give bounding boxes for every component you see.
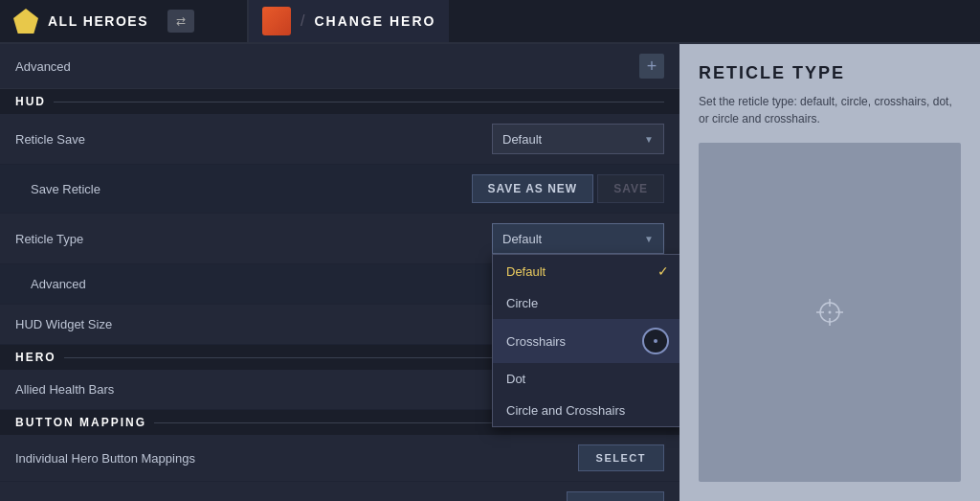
reticle-type-title: RETICLE TYPE xyxy=(699,63,961,83)
reticle-type-label: Reticle Type xyxy=(15,232,83,246)
hud-widget-size-label: HUD Widget Size xyxy=(15,317,112,331)
dropdown-item-circle-label: Circle xyxy=(506,296,538,310)
reticle-svg xyxy=(813,295,847,330)
batch-swapping-row: Batch Swapping OPTIMIZE xyxy=(0,482,679,501)
dropdown-item-crosshairs[interactable]: Crosshairs xyxy=(493,319,679,363)
check-icon: ✓ xyxy=(657,263,669,279)
advanced-row: Advanced + xyxy=(0,44,679,89)
dropdown-item-circle-crosshairs-label: Circle and Crosshairs xyxy=(506,403,625,418)
individual-hero-mappings-row: Individual Hero Button Mappings SELECT xyxy=(0,435,679,482)
hero-label: HERO xyxy=(15,351,56,364)
top-bar: ALL HEROES ⇄ / CHANGE HERO xyxy=(0,0,980,44)
save-reticle-row: Save Reticle SAVE AS NEW SAVE xyxy=(0,165,679,214)
reticle-type-dropdown[interactable]: Default ▼ xyxy=(492,223,664,254)
dropdown-item-dot-label: Dot xyxy=(506,372,525,386)
advanced-row-label: Advanced xyxy=(15,59,71,74)
reticle-save-value: Default xyxy=(502,132,636,147)
left-panel: Advanced + HUD Reticle Save Default ▼ Sa… xyxy=(0,44,679,501)
slash-separator: / xyxy=(301,12,304,30)
button-mapping-label: BUTTON MAPPING xyxy=(15,416,146,429)
optimize-button[interactable]: OPTIMIZE xyxy=(567,491,664,501)
save-as-new-button[interactable]: SAVE AS NEW xyxy=(472,174,594,203)
dropdown-item-crosshairs-label: Crosshairs xyxy=(506,334,566,349)
plus-button[interactable]: + xyxy=(639,54,664,79)
hero-icon xyxy=(262,7,291,35)
reticle-type-menu: Default ✓ Circle Crosshairs Dot xyxy=(492,254,679,427)
save-button: SAVE xyxy=(597,174,664,203)
dropdown-item-circle[interactable]: Circle xyxy=(493,287,679,319)
right-panel: RETICLE TYPE Set the reticle type: defau… xyxy=(679,44,980,501)
svg-point-5 xyxy=(829,311,832,314)
change-hero-section: / CHANGE HERO xyxy=(249,0,449,42)
individual-hero-mappings-label: Individual Hero Button Mappings xyxy=(15,451,195,466)
all-heroes-section: ALL HEROES ⇄ xyxy=(0,0,249,42)
save-reticle-label: Save Reticle xyxy=(31,182,100,196)
reticle-preview-area xyxy=(699,143,961,482)
crosshair-preview xyxy=(642,328,669,354)
plus-icon: + xyxy=(647,57,657,77)
logo-icon xyxy=(13,9,38,34)
allied-health-bars-label: Allied Health Bars xyxy=(15,382,114,397)
reticle-save-arrow: ▼ xyxy=(644,134,654,145)
hud-section-header: HUD xyxy=(0,89,679,114)
hud-label: HUD xyxy=(15,95,46,108)
dropdown-item-dot[interactable]: Dot xyxy=(493,363,679,395)
swap-icon: ⇄ xyxy=(176,14,186,28)
reticle-type-value: Default xyxy=(502,232,636,246)
reticle-type-dropdown-wrapper: Default ▼ Default ✓ Circle Crosshairs xyxy=(492,223,664,254)
reticle-type-description: Set the reticle type: default, circle, c… xyxy=(699,93,961,127)
dropdown-item-default-label: Default xyxy=(506,264,546,279)
reticle-type-row: Reticle Type Default ▼ Default ✓ Circle xyxy=(0,214,679,264)
reticle-save-dropdown[interactable]: Default ▼ xyxy=(492,124,664,154)
select-button[interactable]: SELECT xyxy=(578,444,664,471)
batch-swapping-label: Batch Swapping xyxy=(15,498,105,502)
all-heroes-label: ALL HEROES xyxy=(48,13,148,29)
swap-button[interactable]: ⇄ xyxy=(167,10,194,33)
reticle-display xyxy=(813,295,847,330)
dropdown-item-circle-crosshairs[interactable]: Circle and Crosshairs xyxy=(493,395,679,426)
reticle-save-label: Reticle Save xyxy=(15,132,85,147)
reticle-type-arrow: ▼ xyxy=(644,234,654,244)
hud-section-line xyxy=(54,102,664,102)
dropdown-item-default[interactable]: Default ✓ xyxy=(493,255,679,287)
crosshair-dot xyxy=(654,339,657,343)
change-hero-label: CHANGE HERO xyxy=(314,13,435,29)
main-content: Advanced + HUD Reticle Save Default ▼ Sa… xyxy=(0,44,980,501)
reticle-save-row: Reticle Save Default ▼ xyxy=(0,114,679,165)
advanced-setting-label: Advanced xyxy=(31,277,86,291)
